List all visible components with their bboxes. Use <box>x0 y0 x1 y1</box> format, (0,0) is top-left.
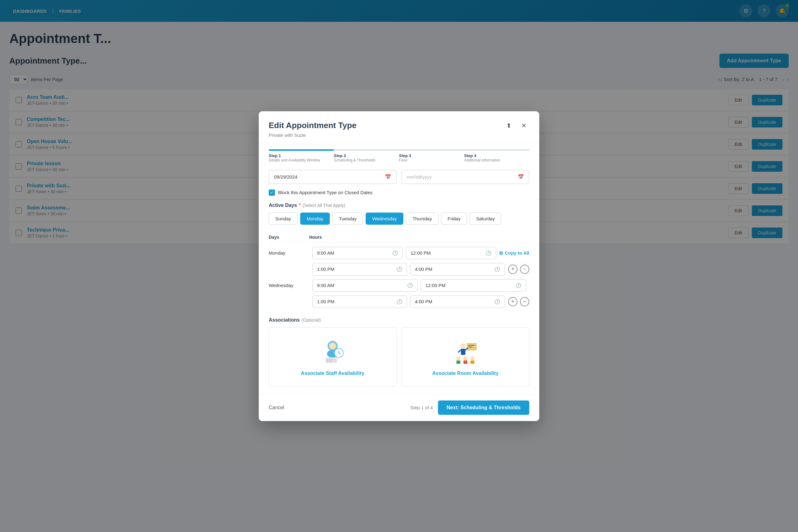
remove-slot-button-monday[interactable]: − <box>520 265 529 274</box>
wednesday-actions-2: + − <box>508 297 529 306</box>
clock-icon-1: 🕐 <box>392 250 398 256</box>
associations-section: Associations (Optional) <box>269 317 529 386</box>
wednesday-start-2-value: 1:00 PM <box>317 299 335 304</box>
wednesday-end-1-value: 12:00 PM <box>425 283 445 288</box>
associations-optional: (Optional) <box>302 318 321 323</box>
step-1: Step 1 Details and Availability Window <box>269 149 334 163</box>
day-thursday[interactable]: Thursday <box>406 212 439 225</box>
step-3: Step 3 Fees <box>399 149 464 163</box>
step-2-label: Step 2 <box>334 153 399 158</box>
associate-staff-card[interactable]: Associate Staff Availability <box>269 327 397 386</box>
step-3-line <box>399 149 464 151</box>
monday-slot-2: 1:00 PM 🕐 4:00 PM 🕐 + − <box>269 261 529 278</box>
start-date-field[interactable]: 09/29/2024 📅 <box>269 170 397 184</box>
clock-icon-4: 🕐 <box>494 266 500 272</box>
end-date-placeholder: mm/dd/yyyy <box>407 174 432 179</box>
svg-point-1 <box>329 343 336 349</box>
room-availability-label: Associate Room Availability <box>432 370 498 376</box>
modal-body: 09/29/2024 📅 mm/dd/yyyy 📅 ✓ Block this A… <box>259 163 539 386</box>
upload-icon: ⬆ <box>506 122 512 129</box>
step-indicator: Step 1 of 4 <box>410 405 433 410</box>
monday-end-2[interactable]: 4:00 PM 🕐 <box>410 263 505 276</box>
active-days-hint: (Select All That Apply) <box>303 203 345 208</box>
association-cards: Associate Staff Availability <box>269 327 529 386</box>
clock-icon-6: 🕐 <box>516 283 521 288</box>
copy-to-all-button[interactable]: ⧉ Copy to All <box>499 250 529 256</box>
modal-close-button[interactable]: ✕ <box>518 120 529 131</box>
associations-heading: Associations (Optional) <box>269 317 529 323</box>
clock-icon-2: 🕐 <box>486 250 492 256</box>
step-3-desc: Fees <box>399 158 464 163</box>
monday-start-1-value: 9:00 AM <box>317 250 334 255</box>
monday-slot-1: Monday 9:00 AM 🕐 12:00 PM 🕐 ⧉ Copy to Al… <box>269 245 529 261</box>
svg-point-23 <box>470 356 474 361</box>
wednesday-slot-1: Wednesday 9:00 AM 🕐 12:00 PM 🕐 <box>269 278 529 293</box>
end-date-field[interactable]: mm/dd/yyyy 📅 <box>401 170 529 184</box>
footer-right: Step 1 of 4 Next: Scheduling & Threshold… <box>410 400 529 415</box>
block-closed-dates-row: ✓ Block this Appointment Type on Closed … <box>269 189 529 196</box>
cancel-button[interactable]: Cancel <box>269 405 284 411</box>
days-buttons: Sunday Monday Tuesday Wednesday Thursday… <box>269 212 529 225</box>
monday-actions-2: + − <box>508 265 529 274</box>
wednesday-start-1[interactable]: 9:00 AM 🕐 <box>312 279 418 292</box>
monday-start-2[interactable]: 1:00 PM 🕐 <box>312 263 407 276</box>
monday-end-1[interactable]: 12:00 PM 🕐 <box>406 247 496 259</box>
modal-upload-button[interactable]: ⬆ <box>503 120 514 131</box>
copy-to-all-label: Copy to All <box>505 250 529 255</box>
day-sunday[interactable]: Sunday <box>269 212 298 225</box>
next-button[interactable]: Next: Scheduling & Thresholds <box>438 400 529 415</box>
day-friday[interactable]: Friday <box>441 212 467 225</box>
date-row: 09/29/2024 📅 mm/dd/yyyy 📅 <box>269 170 529 184</box>
required-star: * <box>299 203 301 208</box>
block-closed-dates-label: Block this Appointment Type on Closed Da… <box>278 190 373 195</box>
room-availability-icon <box>451 338 479 365</box>
associations-label: Associations <box>269 317 300 323</box>
svg-rect-20 <box>456 360 460 364</box>
clock-icon-5: 🕐 <box>407 283 413 288</box>
step-1-label: Step 1 <box>269 153 334 158</box>
modal-overlay: Edit Appointment Type ⬆ ✕ Private with S… <box>0 0 798 532</box>
step-3-label: Step 3 <box>399 153 464 158</box>
svg-rect-24 <box>470 360 474 364</box>
svg-point-21 <box>463 356 468 361</box>
svg-rect-12 <box>467 343 477 350</box>
wednesday-end-2[interactable]: 4:00 PM 🕐 <box>410 296 505 308</box>
associate-room-card[interactable]: Associate Room Availability <box>401 327 529 386</box>
monday-end-1-value: 12:00 PM <box>411 250 431 255</box>
modal-title: Edit Appointment Type <box>269 120 357 130</box>
day-tuesday[interactable]: Tuesday <box>332 212 363 225</box>
day-monday[interactable]: Monday <box>300 212 330 225</box>
modal-header: Edit Appointment Type ⬆ ✕ Private with S… <box>259 111 539 143</box>
step-4: Step 4 Additional Information <box>464 149 529 163</box>
staff-availability-icon <box>319 338 347 365</box>
wednesday-end-1[interactable]: 12:00 PM 🕐 <box>421 279 526 292</box>
svg-rect-6 <box>326 357 337 363</box>
svg-rect-22 <box>463 360 468 364</box>
add-slot-button-wednesday[interactable]: + <box>508 297 517 306</box>
col-days: Days <box>269 235 309 240</box>
step-2: Step 2 Scheduling & Thresholds <box>334 149 399 163</box>
monday-start-1[interactable]: 9:00 AM 🕐 <box>312 247 403 259</box>
copy-icon: ⧉ <box>499 250 503 256</box>
start-date-value: 09/29/2024 <box>274 174 297 179</box>
clock-icon-8: 🕐 <box>494 299 500 304</box>
wednesday-end-2-value: 4:00 PM <box>415 299 432 304</box>
wednesday-start-2[interactable]: 1:00 PM 🕐 <box>312 296 407 308</box>
monday-label: Monday <box>269 250 309 255</box>
day-saturday[interactable]: Saturday <box>470 212 501 225</box>
svg-point-15 <box>461 343 466 348</box>
wednesday-slot-2: 1:00 PM 🕐 4:00 PM 🕐 + − <box>269 293 529 310</box>
add-slot-button-monday[interactable]: + <box>508 265 517 274</box>
clock-icon-7: 🕐 <box>397 299 402 304</box>
remove-slot-button-wednesday[interactable]: − <box>520 297 529 306</box>
block-closed-dates-checkbox[interactable]: ✓ <box>269 189 275 196</box>
day-wednesday[interactable]: Wednesday <box>366 212 403 225</box>
schedule-header: Days Hours <box>269 232 529 243</box>
monday-start-2-value: 1:00 PM <box>317 266 335 272</box>
monday-actions-1: ⧉ Copy to All <box>499 250 529 256</box>
schedule-section: Days Hours Monday 9:00 AM 🕐 12:00 PM 🕐 <box>269 232 529 310</box>
modal-title-row: Edit Appointment Type ⬆ ✕ <box>269 120 529 131</box>
edit-modal: Edit Appointment Type ⬆ ✕ Private with S… <box>259 111 539 421</box>
svg-point-19 <box>456 356 460 361</box>
step-1-desc: Details and Availability Window <box>269 158 334 163</box>
